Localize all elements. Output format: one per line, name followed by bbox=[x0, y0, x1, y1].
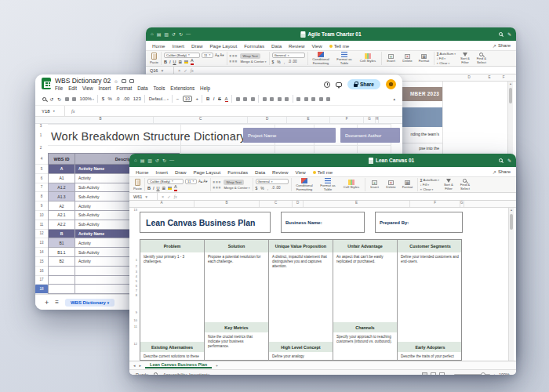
menu-item[interactable]: Edit bbox=[68, 85, 77, 91]
menu-item[interactable]: File bbox=[55, 85, 63, 91]
column-header[interactable]: F bbox=[500, 75, 507, 79]
ribbon-tab[interactable]: Insert bbox=[173, 43, 184, 50]
insert-cells-button[interactable]: + Insert bbox=[368, 180, 382, 190]
percent-button[interactable]: % bbox=[260, 186, 264, 191]
redo-icon[interactable]: ↻ bbox=[57, 96, 61, 102]
ribbon-tab[interactable]: Home bbox=[136, 169, 149, 176]
menu-item[interactable]: Help bbox=[200, 85, 210, 91]
vertical-align-icon[interactable] bbox=[270, 97, 274, 101]
undo-icon[interactable]: ↺ bbox=[172, 31, 176, 37]
font-size-select[interactable]: 11 bbox=[202, 53, 213, 58]
ribbon-tab[interactable]: Data bbox=[271, 43, 282, 50]
document-title[interactable]: WBS Dictionary 02 bbox=[55, 77, 111, 85]
normal-view-icon[interactable] bbox=[422, 372, 427, 376]
row-header[interactable]: 13 bbox=[131, 208, 137, 212]
autosum-button[interactable]: ∑ AutoSum bbox=[420, 178, 439, 182]
row-header[interactable]: 6 bbox=[131, 284, 137, 288]
row-header[interactable]: 1 bbox=[35, 133, 46, 137]
cell-styles-button[interactable]: Cell Styles bbox=[341, 180, 362, 190]
functions-icon[interactable] bbox=[326, 97, 330, 101]
borders-button[interactable]: ⊞ bbox=[162, 186, 166, 191]
ribbon-tab[interactable]: View bbox=[295, 169, 305, 176]
clear-button[interactable]: × Clear bbox=[437, 61, 456, 65]
ribbon-tab[interactable]: Tell me bbox=[329, 43, 350, 50]
align-icons[interactable]: ≡≡≡ bbox=[230, 54, 238, 58]
zoom-slider-knob[interactable] bbox=[481, 372, 485, 376]
bold-button[interactable]: B bbox=[164, 60, 167, 64]
strikethrough-button[interactable]: S bbox=[218, 96, 221, 101]
unique-value-proposition-cell[interactable]: Unique Value Proposition A distinct, imp… bbox=[269, 240, 333, 342]
sheet-tab[interactable]: WBS Dictionary ▾ bbox=[65, 299, 115, 307]
merge-center-button[interactable]: Merge & Center bbox=[224, 186, 249, 190]
insert-link-icon[interactable] bbox=[296, 97, 300, 101]
underline-button[interactable]: U bbox=[173, 60, 176, 64]
wbs-id-cell[interactable]: A2.1 bbox=[48, 211, 75, 220]
key-metrics-cell[interactable]: Key Metrics Note the crucial metrics tha… bbox=[205, 322, 269, 361]
row-header[interactable]: 12 bbox=[35, 230, 48, 239]
row-header[interactable]: 7 bbox=[35, 183, 48, 193]
print-icon[interactable]: ▥ bbox=[164, 31, 169, 37]
undo-icon[interactable]: ↺ bbox=[50, 96, 54, 102]
cancel-icon[interactable]: × bbox=[162, 194, 164, 199]
column-header[interactable]: G bbox=[460, 201, 464, 207]
fill-button[interactable]: ↓ Fill bbox=[420, 183, 439, 187]
add-sheet-icon[interactable]: + bbox=[216, 363, 218, 368]
borders-button[interactable]: ⊞ bbox=[179, 60, 183, 64]
underline-button[interactable]: U bbox=[157, 186, 160, 191]
bold-button[interactable]: B bbox=[147, 186, 151, 191]
page-layout-view-icon[interactable] bbox=[431, 372, 436, 376]
column-headers[interactable]: BCDEFGH bbox=[35, 117, 402, 124]
row-header[interactable]: 9 bbox=[35, 201, 48, 211]
row-header[interactable]: 16 bbox=[35, 267, 48, 276]
scroll-up-icon[interactable]: ▴ bbox=[509, 208, 514, 212]
menu-item[interactable]: Tools bbox=[154, 85, 165, 91]
wbs-id-cell[interactable] bbox=[48, 285, 75, 294]
currency-button[interactable]: $ bbox=[256, 186, 258, 191]
zoom-slider[interactable] bbox=[454, 374, 490, 376]
comma-button[interactable]: , bbox=[284, 60, 285, 64]
row-header[interactable]: 4 bbox=[131, 274, 137, 278]
row-header[interactable]: 14 bbox=[35, 248, 48, 257]
row-header[interactable]: 3 bbox=[131, 270, 137, 274]
high-level-concept-cell[interactable]: High Level Concept Define your analogy bbox=[269, 342, 333, 361]
avatar[interactable] bbox=[386, 79, 396, 89]
ribbon-tab[interactable]: Review bbox=[289, 43, 304, 50]
sort-filter-button[interactable]: Sort & Filter bbox=[458, 53, 472, 64]
zoom-level[interactable]: 100% bbox=[499, 372, 510, 376]
name-box[interactable]: Y18▾ bbox=[35, 106, 65, 116]
percent-button[interactable]: % bbox=[277, 60, 280, 64]
row-header[interactable]: 4 bbox=[35, 153, 48, 165]
lean-canvas-window[interactable]: ⌂ ▤ ▥ ↺ ↻ — Lean Canvas 01 ✎ HomeInsertD… bbox=[129, 154, 516, 375]
undo-icon[interactable]: ↺ bbox=[155, 158, 159, 163]
wbs-id-cell[interactable] bbox=[48, 276, 75, 285]
insert-chart-icon[interactable] bbox=[311, 97, 315, 101]
menu-item[interactable]: View bbox=[82, 85, 93, 91]
row-header[interactable]: 17 bbox=[35, 276, 48, 285]
customer-segments-cell[interactable]: Customer Segments Define your intended c… bbox=[398, 240, 462, 342]
ribbon-tab[interactable]: Tell me bbox=[313, 169, 333, 176]
borders-icon[interactable] bbox=[243, 97, 247, 101]
row-header[interactable]: 5 bbox=[35, 165, 48, 174]
comma-button[interactable]: , bbox=[267, 186, 268, 191]
home-icon[interactable]: ⌂ bbox=[134, 158, 137, 163]
cancel-icon[interactable]: × bbox=[178, 68, 180, 73]
home-icon[interactable]: ⌂ bbox=[151, 31, 154, 37]
confirm-icon[interactable]: ✓ bbox=[184, 68, 187, 73]
font-select[interactable]: Defaul... bbox=[149, 96, 169, 101]
ribbon-tab[interactable]: Formulas bbox=[227, 169, 248, 176]
sheet-tab[interactable]: Lean Canvas Business Plan bbox=[145, 362, 212, 368]
row-header[interactable]: 1 bbox=[131, 258, 137, 262]
align-icons[interactable]: ≡≡≡ bbox=[213, 180, 222, 184]
project-name-cell[interactable]: Project Name bbox=[243, 128, 336, 143]
wbs-id-cell[interactable]: A bbox=[48, 165, 75, 174]
next-sheet-icon[interactable]: ▸ bbox=[140, 363, 142, 368]
font-size-select[interactable]: 11 bbox=[185, 179, 197, 184]
wbs-id-cell[interactable]: A2 bbox=[48, 201, 75, 211]
column-headers[interactable]: ABCDEFG bbox=[129, 201, 516, 208]
font-size-input[interactable]: 10 bbox=[183, 96, 192, 102]
delete-cells-button[interactable]: × Delete bbox=[401, 54, 415, 64]
column-header[interactable]: C bbox=[260, 201, 293, 207]
number-format-button[interactable]: 123 bbox=[133, 96, 141, 101]
decimal-buttons[interactable]: .0 .00 bbox=[271, 186, 280, 190]
edit-pencil-icon[interactable]: ✎ bbox=[507, 158, 511, 163]
